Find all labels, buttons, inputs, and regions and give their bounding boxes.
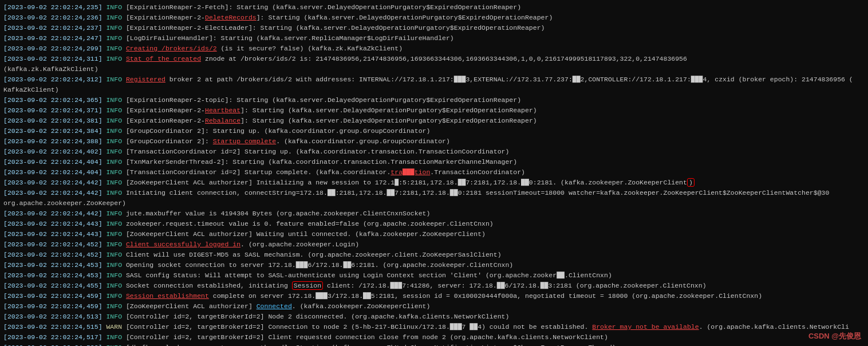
- log-text: [LogDirFailureHandler]: Starting (kafka.…: [126, 34, 454, 42]
- log-level: INFO: [106, 261, 122, 269]
- log-line: [2023-09-02 22:02:24,443] INFO zookeeper…: [0, 219, 868, 229]
- circle-highlight: ): [687, 178, 695, 187]
- log-line: [2023-09-02 22:02:24,388] INFO [GroupCoo…: [0, 136, 868, 147]
- log-timestamp: [2023-09-02 22:02:24,443]: [3, 230, 102, 238]
- log-level: INFO: [106, 251, 122, 258]
- log-line: [2023-09-02 22:02:24,236] INFO [Expirati…: [0, 13, 868, 23]
- log-line: [2023-09-02 22:02:24,299] INFO Creating …: [0, 44, 868, 54]
- session-highlight: Session: [292, 281, 323, 290]
- highlight-text: Client successfully logged in: [126, 241, 240, 248]
- highlight-text: Rebalance: [205, 117, 240, 124]
- log-line: [2023-09-02 22:02:24,311] INFO Stat of t…: [0, 54, 868, 64]
- log-line: [2023-09-02 22:02:24,443] INFO [ZooKeepe…: [0, 229, 868, 239]
- log-text: [Controller id=2, targetBrokerId=2] Conn…: [126, 323, 849, 331]
- log-timestamp: [2023-09-02 22:02:24,442]: [3, 189, 102, 196]
- log-level: INFO: [106, 24, 122, 32]
- log-level: INFO: [106, 34, 122, 42]
- log-line: [2023-09-02 22:02:24,404] INFO [Transact…: [0, 167, 868, 178]
- log-text: [ZooKeeperClient ACL authorizer] Waiting…: [126, 230, 486, 238]
- log-text: [ExpirationReaper-2-DeleteRecords]: Star…: [126, 14, 553, 21]
- log-timestamp: [2023-09-02 22:02:24,235]: [3, 3, 102, 11]
- log-text: [GroupCoordinator 2]: Starting up. (kafk…: [126, 127, 430, 135]
- log-timestamp: [2023-09-02 22:02:24,517]: [3, 333, 102, 341]
- log-timestamp: [2023-09-02 22:02:24,522]: [3, 344, 102, 346]
- highlight-text: DeleteRecords: [205, 14, 257, 21]
- log-line: [2023-09-02 22:02:24,402] INFO [Transact…: [0, 147, 868, 157]
- log-line: [2023-09-02 22:02:24,453] INFO Opening s…: [0, 260, 868, 270]
- log-level: WARN: [106, 323, 122, 331]
- log-level: INFO: [106, 168, 122, 176]
- log-text: [GroupCoordinator 2]: Startup complete. …: [126, 137, 450, 145]
- log-level: INFO: [106, 117, 122, 124]
- log-line: [2023-09-02 22:02:24,455] INFO Socket co…: [0, 281, 868, 291]
- log-timestamp: [2023-09-02 22:02:24,312]: [3, 76, 102, 83]
- log-level: INFO: [106, 230, 122, 238]
- log-timestamp: [2023-09-02 22:02:24,388]: [3, 137, 102, 145]
- log-text: Session establishment complete on server…: [126, 292, 762, 300]
- log-text: jute.maxbuffer value is 4194304 Bytes (o…: [126, 210, 430, 217]
- log-timestamp: [2023-09-02 22:02:24,442]: [3, 210, 102, 217]
- log-level: INFO: [106, 189, 122, 196]
- log-timestamp: [2023-09-02 22:02:24,404]: [3, 158, 102, 166]
- log-timestamp: [2023-09-02 22:02:24,442]: [3, 179, 102, 186]
- log-level: INFO: [106, 344, 122, 346]
- log-text: [/kafka-acl-changes-event-process-thread…: [126, 344, 616, 346]
- log-line: [2023-09-02 22:02:24,235] INFO [Expirati…: [0, 2, 868, 13]
- log-container[interactable]: [2023-09-02 22:02:24,235] INFO [Expirati…: [0, 0, 868, 346]
- log-text: Registered broker 2 at path /brokers/ids…: [126, 76, 853, 83]
- log-text: Creating /brokers/ids/2 (is it secure? f…: [126, 45, 403, 52]
- log-level: INFO: [106, 107, 122, 114]
- log-text: (kafka.zk.KafkaZkClient): [3, 65, 98, 73]
- log-line: [2023-09-02 22:02:24,517] INFO [Controll…: [0, 332, 868, 343]
- watermark: CSDN @先俊恩: [808, 331, 861, 341]
- log-timestamp: [2023-09-02 22:02:24,452]: [3, 251, 102, 258]
- log-level: INFO: [106, 210, 122, 217]
- log-text: [ExpirationReaper-2-Rebalance]: Starting…: [126, 117, 537, 124]
- log-timestamp: [2023-09-02 22:02:24,236]: [3, 14, 102, 21]
- log-level: INFO: [106, 148, 122, 155]
- log-line: [2023-09-02 22:02:24,515] WARN [Controll…: [0, 322, 868, 332]
- highlight-text: Heartbeat: [205, 107, 240, 114]
- log-level: INFO: [106, 272, 122, 279]
- log-level: INFO: [106, 3, 122, 11]
- log-text: [ExpirationReaper-2-Fetch]: Starting (ka…: [126, 3, 521, 11]
- log-text: Opening socket connection to server 172.…: [126, 261, 513, 269]
- log-timestamp: [2023-09-02 22:02:24,453]: [3, 272, 102, 279]
- log-line: KafkaZkClient): [0, 85, 868, 95]
- log-line: [2023-09-02 22:02:24,459] INFO Session e…: [0, 291, 868, 301]
- highlight-text: Stat of the created: [126, 55, 201, 62]
- log-timestamp: [2023-09-02 22:02:24,381]: [3, 117, 102, 124]
- log-level: INFO: [106, 220, 122, 227]
- log-timestamp: [2023-09-02 22:02:24,455]: [3, 282, 102, 289]
- highlight-text: Startup complete: [213, 137, 276, 145]
- log-timestamp: [2023-09-02 22:02:24,384]: [3, 127, 102, 135]
- log-level: INFO: [106, 333, 122, 341]
- log-level: INFO: [106, 313, 122, 320]
- log-timestamp: [2023-09-02 22:02:24,513]: [3, 313, 102, 320]
- log-text: [ExpirationReaper-2-Heartbeat]: Starting…: [126, 107, 537, 114]
- log-line: [2023-09-02 22:02:24,247] INFO [LogDirFa…: [0, 33, 868, 44]
- highlight-text: Creating /brokers/ids/2: [126, 45, 217, 52]
- log-line: [2023-09-02 22:02:24,522] INFO [/kafka-a…: [0, 343, 868, 346]
- log-text: Client will use DIGEST-MD5 as SASL mecha…: [126, 251, 502, 258]
- log-level: INFO: [106, 282, 122, 289]
- warn-highlight: Broker may not be available: [592, 323, 699, 331]
- log-timestamp: [2023-09-02 22:02:24,365]: [3, 96, 102, 104]
- log-timestamp: [2023-09-02 22:02:24,371]: [3, 107, 102, 114]
- log-line: [2023-09-02 22:02:24,404] INFO [TxnMarke…: [0, 157, 868, 167]
- log-timestamp: [2023-09-02 22:02:24,443]: [3, 220, 102, 227]
- log-text: KafkaZkClient): [3, 86, 59, 93]
- log-line: (kafka.zk.KafkaZkClient): [0, 64, 868, 74]
- log-line: [2023-09-02 22:02:24,442] INFO jute.maxb…: [0, 209, 868, 219]
- log-line: [2023-09-02 22:02:24,312] INFO Registere…: [0, 74, 868, 85]
- log-text: Socket connection established, initiatin…: [126, 281, 707, 290]
- log-timestamp: [2023-09-02 22:02:24,402]: [3, 148, 102, 155]
- highlight-text: Registered: [126, 76, 165, 83]
- log-level: INFO: [106, 292, 122, 300]
- log-text: [ExpirationReaper-2-ElectLeader]: Starti…: [126, 24, 545, 32]
- log-text: [ExpirationReaper-2-topic]: Starting (ka…: [126, 96, 521, 104]
- log-text: Initiating client connection, connectStr…: [126, 189, 829, 196]
- log-line: [2023-09-02 22:02:24,442] INFO [ZooKeepe…: [0, 178, 868, 188]
- log-text: [TransactionCoordinator id=2] Starting u…: [126, 148, 509, 155]
- log-level: INFO: [106, 241, 122, 248]
